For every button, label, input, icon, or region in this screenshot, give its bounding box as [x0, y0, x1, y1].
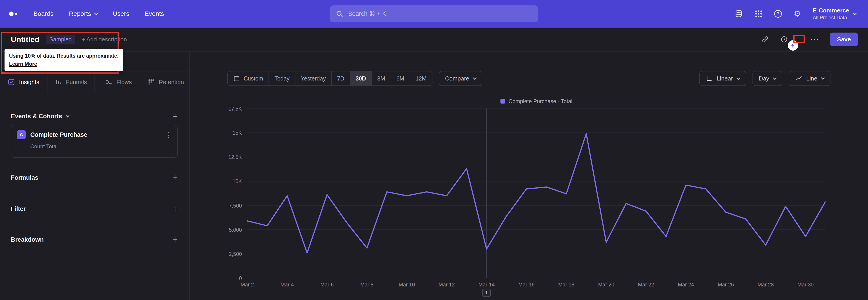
line-chart-icon — [795, 75, 802, 82]
insights-icon — [8, 79, 15, 86]
x-tick-label: Mar 4 — [281, 282, 294, 288]
funnels-icon — [55, 79, 62, 86]
logo-dot — [9, 11, 13, 16]
smoothing-dropdown[interactable]: Linear — [700, 71, 746, 86]
breakdown-section-header: Breakdown — [11, 236, 44, 243]
nav-users[interactable]: Users — [113, 10, 129, 18]
tab-funnels[interactable]: Funnels — [48, 71, 95, 93]
x-tick-label: Mar 30 — [798, 282, 814, 288]
date-range-6m-label: 6M — [397, 75, 404, 82]
tab-retention[interactable]: Retention — [143, 71, 189, 93]
sampling-toggle-knob — [788, 40, 798, 51]
add-formula-button[interactable]: + — [173, 173, 178, 182]
chevron-down-icon — [737, 76, 740, 80]
search-input[interactable]: Search ⌘ + K — [330, 5, 538, 22]
date-range-today[interactable]: Today — [269, 71, 296, 86]
x-tick-label: Mar 28 — [758, 282, 774, 288]
compare-label: Compare — [445, 75, 469, 82]
tab-insights[interactable]: Insights — [0, 71, 48, 93]
project-name: E-Commerce — [813, 7, 849, 14]
filter-section-header: Filter — [11, 206, 26, 212]
event-options-icon[interactable]: ⋮ — [165, 131, 172, 139]
events-cohorts-header[interactable]: Events & Cohorts — [11, 113, 69, 120]
date-range-12m[interactable]: 12M — [410, 71, 432, 86]
interval-dropdown[interactable]: Day — [752, 71, 782, 86]
project-selector[interactable]: E-Commerce All Project Data — [813, 7, 856, 21]
sampling-tooltip: Using 10% of data. Results are approxima… — [4, 49, 123, 71]
date-range-6m[interactable]: 6M — [391, 71, 410, 86]
x-tick-label: Mar 6 — [320, 282, 334, 288]
x-tick-label: Mar 8 — [360, 282, 374, 288]
logo-dot — [15, 13, 17, 15]
chevron-down-icon — [66, 114, 69, 118]
compare-dropdown[interactable]: Compare — [439, 71, 483, 86]
date-range-30d[interactable]: 30D — [350, 71, 372, 86]
nav-reports[interactable]: Reports — [69, 10, 97, 18]
add-breakdown-button[interactable]: + — [173, 235, 178, 244]
event-metric[interactable]: Count Total — [30, 143, 172, 150]
date-range-7d[interactable]: 7D — [332, 71, 350, 86]
smoothing-label: Linear — [717, 75, 733, 82]
x-tick-label: Mar 12 — [438, 282, 455, 288]
report-header-bar: Untitled Sampled + Add description... ⋯ … — [0, 28, 868, 52]
nav-boards[interactable]: Boards — [33, 10, 54, 18]
retention-icon — [148, 79, 155, 86]
search-icon — [336, 10, 343, 18]
nav-boards-label: Boards — [33, 10, 54, 18]
tab-flows[interactable]: Flows — [95, 71, 143, 93]
tab-flows-label: Flows — [116, 79, 132, 86]
event-name[interactable]: Complete Purchase — [30, 131, 160, 138]
x-tick-label: Mar 2 — [241, 282, 254, 288]
x-tick-label: Mar 20 — [598, 282, 614, 288]
nav-reports-label: Reports — [69, 10, 91, 18]
x-tick-label: Mar 22 — [638, 282, 654, 288]
mixpanel-logo[interactable] — [9, 11, 17, 16]
nav-events[interactable]: Events — [145, 10, 164, 18]
date-range-selector: Custom Today Yesterday 7D 30D 3M 6M 12M — [227, 71, 432, 86]
apps-grid-icon[interactable] — [755, 10, 763, 18]
save-button[interactable]: Save — [830, 33, 858, 46]
y-tick-label: 12.5K — [228, 154, 242, 160]
search-placeholder: Search ⌘ + K — [348, 10, 386, 18]
chart-controls-row: Custom Today Yesterday 7D 30D 3M 6M 12M … — [227, 71, 831, 86]
add-filter-button[interactable]: + — [173, 204, 178, 213]
date-range-yesterday[interactable]: Yesterday — [296, 71, 332, 86]
y-tick-label: 17.5K — [228, 106, 242, 112]
data-management-icon[interactable] — [735, 9, 743, 18]
tab-funnels-label: Funnels — [66, 79, 87, 86]
y-tick-label: 7,500 — [229, 203, 242, 209]
sampled-badge[interactable]: Sampled — [46, 35, 75, 44]
flows-icon — [105, 79, 112, 86]
date-range-custom[interactable]: Custom — [228, 71, 269, 86]
chevron-down-icon — [473, 76, 477, 80]
nav-right-cluster: ? ⚙ E-Commerce All Project Data — [735, 7, 868, 21]
date-range-today-label: Today — [274, 75, 289, 82]
chart-type-label: Line — [806, 75, 817, 82]
chart-plot-area — [247, 109, 826, 278]
add-description[interactable]: + Add description... — [82, 36, 132, 43]
report-title[interactable]: Untitled — [11, 35, 39, 44]
lightning-bolt-icon — [790, 43, 796, 48]
y-tick-label: 10K — [232, 178, 242, 184]
chevron-down-icon — [853, 11, 857, 15]
chevron-down-icon — [94, 11, 98, 15]
history-icon[interactable] — [780, 35, 788, 43]
event-card[interactable]: A Complete Purchase ⋮ Count Total — [11, 125, 178, 158]
help-icon[interactable]: ? — [774, 10, 782, 18]
gear-icon[interactable]: ⚙ — [794, 10, 801, 18]
x-tick-label: Mar 14 — [478, 282, 495, 288]
date-range-7d-label: 7D — [337, 75, 344, 82]
add-event-button[interactable]: + — [173, 112, 178, 121]
more-options-icon[interactable]: ⋯ — [810, 37, 819, 41]
events-cohorts-label: Events & Cohorts — [11, 113, 62, 120]
date-range-3m[interactable]: 3M — [372, 71, 391, 86]
tab-insights-label: Insights — [19, 79, 39, 86]
copy-link-icon[interactable] — [761, 35, 769, 43]
chart-type-dropdown[interactable]: Line — [789, 71, 831, 86]
chart-legend[interactable]: Complete Purchase - Total — [247, 98, 826, 104]
chart-annotation-badge[interactable]: 1 — [482, 289, 491, 297]
top-navigation-bar: Boards Reports Users Events Search ⌘ + K… — [0, 0, 868, 28]
x-tick-label: Mar 24 — [678, 282, 694, 288]
learn-more-link[interactable]: Learn More — [9, 60, 37, 68]
formulas-section-header: Formulas — [11, 174, 38, 181]
